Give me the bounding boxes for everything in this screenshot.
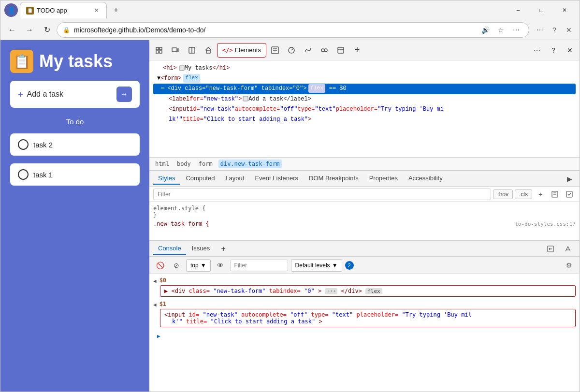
help-icon[interactable]: ? — [548, 23, 561, 37]
add-console-tab-icon[interactable]: + — [216, 241, 231, 257]
console-arrow-icon[interactable]: ◀ — [153, 302, 157, 308]
styles-tab-event-listeners[interactable]: Event Listeners — [250, 173, 303, 185]
breadcrumb-div[interactable]: div.new-task-form — [218, 160, 282, 168]
minimize-button[interactable]: – — [507, 2, 529, 18]
styles-icon-2[interactable] — [549, 188, 561, 201]
address-right-icons: 🔊 ☆ ⋯ — [478, 23, 523, 37]
refresh-button[interactable]: ↻ — [39, 22, 55, 38]
add-style-icon[interactable]: + — [534, 188, 547, 201]
styles-tab-dom-breakpoints[interactable]: DOM Breakpoints — [304, 173, 363, 185]
more-icon[interactable]: ⋯ — [509, 23, 523, 37]
forward-button[interactable]: → — [22, 22, 37, 38]
ellipsis-button[interactable]: ··· — [325, 288, 337, 294]
cls-button[interactable]: .cls — [515, 189, 532, 199]
dom-line: ▼ <form> flex — [153, 73, 576, 84]
console-val-placeholder: "Try typing 'Buy mil — [402, 311, 472, 318]
add-tab-icon[interactable]: + — [349, 43, 365, 58]
console-val-cont: k'" title= "Click to start adding a task… — [172, 318, 322, 325]
console-icon-2[interactable] — [560, 241, 576, 257]
address-box[interactable]: 🔒 microsoftedge.github.io/Demos/demo-to-… — [57, 22, 529, 38]
console-tab-issues[interactable]: Issues — [187, 243, 215, 255]
console-entry-1: ◀ $1 <input id= "new-task" autocomplete=… — [153, 301, 576, 327]
profile-icon[interactable]: 👤 — [4, 3, 18, 17]
dom-tag: <label — [169, 95, 189, 104]
elements-tab-icon: </> — [222, 47, 233, 54]
restore-console-icon[interactable] — [543, 241, 558, 257]
maximize-button[interactable]: □ — [530, 2, 552, 18]
task-item[interactable]: task 2 — [10, 133, 140, 156]
styles-icon-3[interactable] — [563, 188, 576, 201]
task-label: task 1 — [33, 171, 53, 179]
styles-scroll-right-icon[interactable]: ▶ — [563, 173, 576, 185]
svg-rect-2 — [156, 51, 159, 53]
console-attr-title: title= — [186, 318, 207, 325]
console-eye-icon[interactable]: 👁 — [214, 259, 227, 272]
inspect-element-icon[interactable] — [151, 43, 167, 58]
dom-badge[interactable] — [243, 95, 248, 104]
elements-tab-label: Elements — [235, 46, 261, 54]
more-tools-icon[interactable]: ⋯ — [529, 43, 545, 58]
home-icon[interactable] — [201, 43, 216, 58]
console-attr-2: tabindex= — [269, 288, 301, 294]
title-bar: 👤 📋 TODO app ✕ + – □ ✕ — [0, 0, 580, 20]
breadcrumb-form[interactable]: form — [197, 160, 215, 168]
collections-icon[interactable]: ⋯ — [533, 23, 547, 37]
close-button[interactable]: ✕ — [553, 2, 576, 18]
styles-tab-properties[interactable]: Properties — [364, 173, 403, 185]
context-selector[interactable]: top ▼ — [186, 259, 211, 272]
devtools-close-icon[interactable]: ✕ — [562, 23, 576, 37]
tab-close-button[interactable]: ✕ — [92, 6, 101, 15]
styles-tab-accessibility[interactable]: Accessibility — [404, 173, 448, 185]
styles-tab-computed[interactable]: Computed — [181, 173, 219, 185]
console-filter-input[interactable] — [230, 260, 288, 271]
dom-attr-val: "new-task" — [200, 105, 235, 114]
favorites-icon[interactable]: ☆ — [494, 23, 508, 37]
dom-attr-val: "text" — [315, 105, 336, 114]
devtools-toolbar: </> Elements + — [149, 40, 580, 60]
styles-filter-input[interactable] — [153, 189, 491, 200]
dom-attr: id= — [189, 105, 200, 114]
console-tab-console[interactable]: Console — [153, 243, 186, 255]
add-task-button[interactable]: + Add a task → — [10, 81, 140, 108]
default-levels-button[interactable]: Default levels ▼ — [291, 259, 342, 272]
styles-tab-layout[interactable]: Layout — [220, 173, 249, 185]
dom-highlighted-line[interactable]: ⋯ <div class="new-task-form" tabindex="0… — [153, 84, 576, 94]
console-settings-icon[interactable]: ⚙ — [562, 259, 576, 272]
console-code: $1 — [160, 301, 166, 307]
back-button[interactable]: ← — [4, 22, 20, 38]
console-input-tag: <input — [164, 311, 189, 318]
task-item[interactable]: task 1 — [10, 163, 140, 186]
breadcrumb-html[interactable]: html — [153, 160, 171, 168]
active-tab[interactable]: 📋 TODO app ✕ — [20, 2, 107, 18]
read-aloud-icon[interactable]: 🔊 — [478, 23, 492, 37]
task-checkbox[interactable] — [18, 139, 29, 150]
context-label: top — [190, 262, 199, 269]
console-attr: class= — [189, 288, 210, 294]
sources-icon[interactable] — [317, 43, 332, 58]
dom-tag: <form> — [160, 74, 181, 83]
task-checkbox[interactable] — [18, 169, 29, 180]
app-title: My tasks — [39, 51, 113, 72]
breadcrumb-body[interactable]: body — [175, 160, 193, 168]
console-mini-icon[interactable] — [267, 43, 283, 58]
performance-icon[interactable] — [284, 43, 299, 58]
clear-console-icon[interactable]: 🚫 — [153, 259, 167, 272]
dom-attr-val: lk'" — [169, 115, 183, 124]
help-devtools-icon[interactable]: ? — [546, 43, 561, 58]
styles-tab-styles[interactable]: Styles — [153, 173, 180, 185]
hov-button[interactable]: :hov — [493, 189, 513, 199]
dock-icon[interactable] — [184, 43, 200, 58]
close-devtools-icon[interactable]: ✕ — [562, 43, 578, 58]
filter-console-icon[interactable]: ⊘ — [170, 259, 183, 272]
application-icon[interactable] — [333, 43, 348, 58]
device-emulation-icon[interactable] — [168, 43, 183, 58]
dom-text: Add a task</label> — [248, 95, 311, 104]
close-brace-line: } — [153, 212, 576, 218]
dom-badge[interactable] — [179, 64, 185, 73]
default-levels-dropdown-icon: ▼ — [332, 262, 338, 269]
console-chevron-icon[interactable]: ▶ — [157, 333, 160, 339]
new-tab-button[interactable]: + — [109, 3, 123, 17]
elements-tab[interactable]: </> Elements — [217, 43, 266, 58]
console-arrow-icon[interactable]: ◀ — [153, 278, 157, 284]
network-icon[interactable] — [300, 43, 316, 58]
